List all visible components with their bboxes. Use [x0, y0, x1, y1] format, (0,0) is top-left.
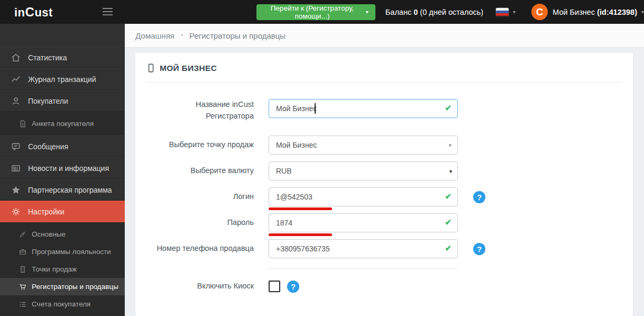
sidebar-item-customers[interactable]: Покупатели: [0, 90, 125, 112]
rocket-icon: [19, 230, 27, 239]
text-cursor: [315, 103, 316, 114]
sidebar-item-label: Журнал транзакций: [28, 75, 96, 84]
chevron-down-icon: ▾: [513, 9, 516, 15]
language-selector[interactable]: ▾: [496, 8, 516, 16]
breadcrumb-separator: •: [181, 32, 183, 39]
field-label: Логин: [146, 187, 254, 206]
russian-flag-icon: [496, 8, 509, 16]
list-icon: [19, 300, 27, 309]
form-row-seller-phone: Номер телефона продавца ✔ ?: [146, 239, 622, 258]
registrator-card: МОЙ БИЗНЕС Название inCust Регистратора …: [135, 53, 633, 316]
page-title: МОЙ БИЗНЕС: [146, 63, 622, 73]
breadcrumb: Домашняя • Регистраторы и продавцы: [125, 24, 644, 48]
sidebar-item-customer-form[interactable]: Анкета покупателя: [0, 115, 125, 132]
title-divider: [146, 82, 622, 83]
help-icon[interactable]: ?: [287, 281, 299, 293]
valid-check-icon: ✔: [445, 192, 452, 201]
red-underline-annotation: [269, 207, 332, 210]
account-name: Мой Бизнес (id:412398): [553, 8, 637, 16]
field-label: Выберите валюту: [146, 161, 254, 180]
sidebar-item-label: Партнерская программа: [28, 186, 112, 194]
form-row-currency: Выберите валюту RUB ▾: [146, 161, 622, 180]
breadcrumb-current: Регистраторы и продавцы: [189, 31, 286, 40]
sidebar-item-label: Основные: [32, 230, 66, 238]
balance-status: Баланс 0 (0 дней осталось): [385, 8, 483, 16]
goto-button-label: Перейти к (Регистратору, помощи...): [263, 4, 361, 20]
sidebar-item-news[interactable]: Новости и информация: [0, 157, 125, 179]
form-row-kiosk: Включить Киоск ?: [146, 281, 622, 293]
header-brand-area: inCust: [0, 0, 125, 24]
sidebar-item-label: Регистраторы и продавцы: [32, 283, 118, 291]
sidebar-item-registrators-sellers[interactable]: Регистраторы и продавцы: [0, 278, 125, 295]
breadcrumb-home-link[interactable]: Домашняя: [135, 31, 174, 40]
sidebar-item-statistics[interactable]: Статистика: [0, 47, 125, 68]
tablet-icon: [146, 63, 156, 73]
sidebar-item-label: Настройки: [28, 207, 65, 216]
business-avatar: C: [531, 4, 548, 20]
field-label: Номер телефона продавца: [146, 239, 254, 258]
registrator-name-input[interactable]: [269, 99, 458, 118]
point-of-sale-select[interactable]: Мой Бизнес: [269, 136, 458, 155]
menu-toggle-icon[interactable]: [103, 8, 113, 17]
help-icon[interactable]: ?: [473, 191, 485, 203]
valid-check-icon: ✔: [445, 218, 452, 227]
page-title-text: МОЙ БИЗНЕС: [160, 64, 217, 73]
sidebar-item-label: Счета покупателя: [32, 300, 90, 308]
valid-check-icon: ✔: [445, 103, 452, 113]
sidebar-item-label: Покупатели: [28, 97, 68, 105]
building-icon: [19, 265, 27, 274]
seller-phone-input[interactable]: [269, 239, 458, 258]
help-icon[interactable]: ?: [473, 243, 485, 255]
chart-icon: [11, 74, 21, 85]
sidebar-item-messages[interactable]: Сообщения: [0, 136, 125, 157]
sidebar-item-transactions[interactable]: Журнал транзакций: [0, 68, 125, 90]
content-area: МОЙ БИЗНЕС Название inCust Регистратора …: [125, 48, 644, 316]
login-input[interactable]: [269, 187, 458, 206]
field-label: Название inCust Регистратора: [146, 99, 254, 122]
top-header: inCust Перейти к (Регистратору, помощи..…: [0, 0, 644, 24]
sidebar-item-label: Анкета покупателя: [32, 120, 94, 128]
password-input[interactable]: [269, 213, 458, 232]
sidebar-item-partner-program[interactable]: Партнерская программа: [0, 179, 125, 201]
sidebar-item-loyalty-programs[interactable]: Программы лояльности: [0, 243, 125, 260]
form-row-password: Пароль ✔: [146, 213, 622, 232]
form-row-name: Название inCust Регистратора ✔: [146, 99, 622, 122]
sidebar-nav: Статистика Журнал транзакций Покупатели …: [0, 24, 125, 316]
field-label: Выберите точку продаж: [146, 136, 254, 155]
chat-icon: [11, 141, 21, 152]
incust-logo[interactable]: inCust: [14, 5, 53, 20]
sidebar-item-customer-accounts[interactable]: Счета покупателя: [0, 295, 125, 313]
sidebar-item-label: Программы лояльности: [32, 248, 111, 256]
field-label: Включить Киоск: [146, 281, 254, 293]
chevron-down-icon: ▾: [366, 9, 369, 15]
valid-check-icon: ✔: [445, 243, 452, 253]
sidebar-item-label: Новости и информация: [28, 164, 109, 173]
kiosk-checkbox[interactable]: [269, 281, 280, 292]
news-icon: [11, 163, 21, 174]
sidebar-item-settings[interactable]: Настройки: [0, 201, 125, 222]
briefcase-icon: [19, 248, 27, 256]
account-menu[interactable]: C Мой Бизнес (id:412398) ▾: [531, 4, 644, 20]
currency-select[interactable]: RUB: [269, 161, 458, 180]
sidebar-item-points-of-sale[interactable]: Точки продаж: [0, 260, 125, 278]
document-icon: [19, 120, 27, 128]
sidebar-item-label: Точки продаж: [32, 265, 77, 273]
field-label: Пароль: [146, 213, 254, 232]
cart-icon: [19, 283, 27, 291]
form-divider: [269, 268, 458, 269]
home-icon: [11, 52, 21, 63]
person-icon: [11, 96, 21, 106]
form-row-login: Логин ✔ ?: [146, 187, 622, 206]
sidebar-subgroup-settings: Основные Программы лояльности Точки прод…: [0, 222, 125, 316]
sidebar-item-label: Сообщения: [28, 142, 68, 151]
sidebar-item-general[interactable]: Основные: [0, 225, 125, 243]
form-row-point-of-sale: Выберите точку продаж Мой Бизнес ▾: [146, 136, 622, 155]
sidebar-subgroup-customers: Анкета покупателя: [0, 112, 125, 136]
registrator-form: Название inCust Регистратора ✔ Выберите …: [146, 99, 622, 293]
red-underline-annotation: [269, 233, 332, 236]
goto-registrator-button[interactable]: Перейти к (Регистратору, помощи...) ▾: [256, 4, 375, 20]
gear-icon: [11, 206, 21, 217]
sidebar-item-label: Статистика: [28, 53, 67, 62]
chevron-down-icon: ▾: [641, 9, 644, 15]
star-icon: [11, 185, 21, 195]
